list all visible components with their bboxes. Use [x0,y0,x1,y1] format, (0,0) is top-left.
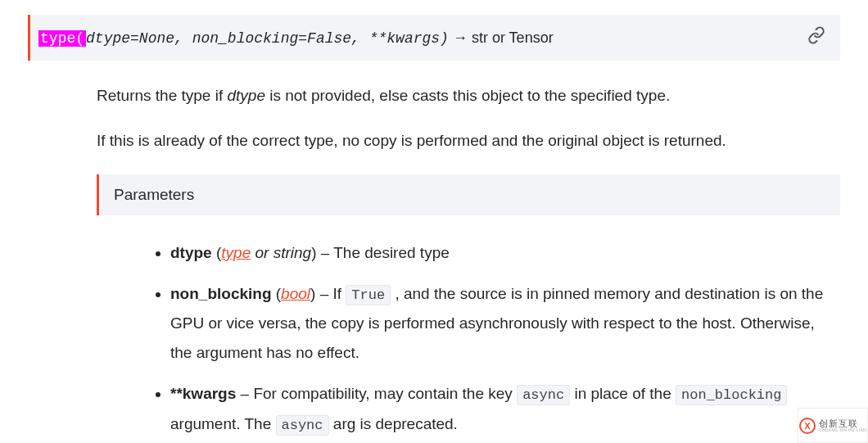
param-name: non_blocking [170,285,272,302]
parameters-list: dtype (type or string) – The desired typ… [170,238,840,439]
desc-text: Returns the type if [97,87,227,104]
watermark-main-text: 创新互联 [819,419,866,428]
paren-open: ( [212,244,222,261]
param-text: arg is deprecated. [329,415,458,432]
code-true: True [346,285,391,305]
watermark-logo-icon: X [799,418,816,434]
paren-close: ) – [310,285,332,302]
param-text: If [332,285,346,302]
param-name: **kwargs [170,385,236,402]
dash: – [236,385,253,402]
return-arrow: → [449,29,472,46]
param-name: dtype [170,244,212,261]
method-name-highlight: type( [38,30,86,47]
code-nonblocking: non_blocking [676,385,787,405]
type-link-bool[interactable]: bool [281,285,310,302]
type-string: string [274,244,311,261]
param-item-dtype: dtype (type or string) – The desired typ… [170,238,840,268]
watermark-badge: X 创新互联 CHUANG XIN HU LIAN [798,408,868,443]
desc-em-dtype: dtype [227,87,264,104]
open-paren: ( [75,30,84,47]
param-item-nonblocking: non_blocking (bool) – If True , and the … [170,279,840,368]
desc-text: is not provided, else casts this object … [265,87,670,104]
watermark-sub-text: CHUANG XIN HU LIAN [819,428,866,432]
description-block: Returns the type if dtype is not provide… [97,84,840,153]
method-signature-bar: type(dtype=None, non_blocking=False, **k… [28,15,840,61]
watermark-logo-letter: X [804,421,810,431]
param-text: argument. The [170,415,276,432]
param-item-kwargs: **kwargs – For compatibility, may contai… [170,379,840,439]
code-async: async [517,385,570,405]
permalink-icon[interactable] [807,26,825,49]
paren-open: ( [272,285,282,302]
watermark-text: 创新互联 CHUANG XIN HU LIAN [819,419,866,432]
close-paren: ) [440,30,449,47]
method-args: dtype=None, non_blocking=False, **kwargs [86,30,440,47]
type-link-type[interactable]: type [221,244,251,261]
parameters-label: Parameters [114,186,194,203]
paren-close: ) – [311,244,333,261]
type-or: or [251,244,273,261]
method-name: type [40,30,75,47]
description-paragraph-1: Returns the type if dtype is not provide… [97,84,840,107]
code-async-2: async [276,415,329,436]
param-text: For compatibility, may contain the key [253,385,517,402]
return-type: str or Tensor [472,29,554,46]
param-desc: The desired type [333,244,450,261]
description-paragraph-2: If this is already of the correct type, … [97,129,840,152]
param-text: in place of the [570,385,676,402]
signature-text: type(dtype=None, non_blocking=False, **k… [38,29,554,47]
parameters-header: Parameters [97,174,840,215]
